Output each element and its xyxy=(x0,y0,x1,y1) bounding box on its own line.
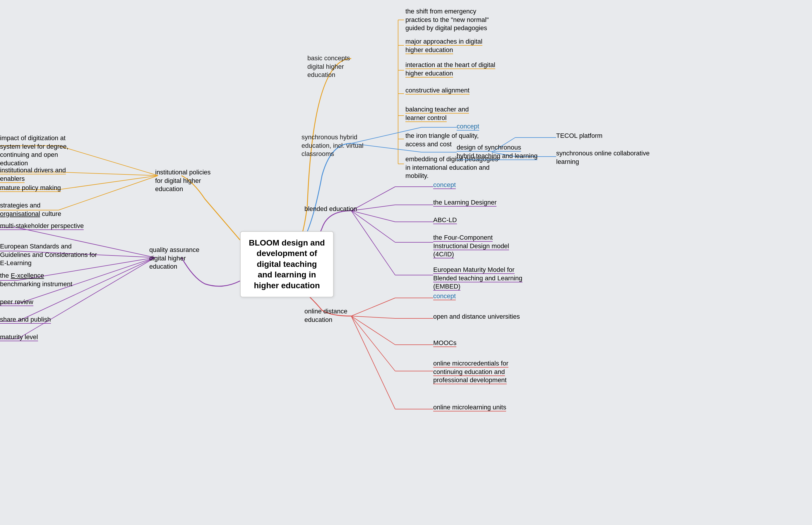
basic-concepts-label: basic concepts digital higher education xyxy=(307,55,350,78)
node-four-component: the Four-Component Instructional Design … xyxy=(433,234,527,259)
svg-line-34 xyxy=(351,316,395,318)
blended-education-hub: blended education xyxy=(304,205,357,213)
node-balancing-teacher: balancing teacher and learner control xyxy=(405,105,487,122)
svg-line-26 xyxy=(351,211,395,222)
mindmap-container: BLOOM design and development of digital … xyxy=(0,0,812,525)
svg-line-28 xyxy=(351,211,395,242)
svg-line-60 xyxy=(18,257,155,339)
node-microlearning: online microlearning units xyxy=(433,403,506,412)
node-mature-policy: mature policy making xyxy=(0,184,61,192)
node-microcredentials: online microcredentials for continuing e… xyxy=(433,359,527,385)
node-abc-ld: ABC-LD xyxy=(433,216,457,224)
node-sync-online-collaborative: synchronous online collaborative learnin… xyxy=(556,149,650,166)
node-embed: European Maturity Model for Blended teac… xyxy=(433,266,527,291)
node-moocs: MOOCs xyxy=(433,339,456,347)
node-major-approaches: major approaches in digital higher educa… xyxy=(405,38,499,54)
svg-line-24 xyxy=(351,205,395,211)
svg-line-36 xyxy=(351,316,395,345)
svg-line-38 xyxy=(351,316,395,371)
quality-assurance-hub: quality assurance digital higher educati… xyxy=(149,246,214,271)
center-label: BLOOM design and development of digital … xyxy=(249,238,325,290)
node-learning-designer: the Learning Designer xyxy=(433,198,496,207)
node-multi-stakeholder: multi-stakeholder perspective xyxy=(0,222,84,230)
svg-line-22 xyxy=(351,187,395,211)
svg-line-30 xyxy=(351,211,395,275)
node-sync-concept: concept xyxy=(457,122,479,131)
node-open-distance-universities: open and distance universities xyxy=(433,313,520,321)
online-distance-hub: online distance education xyxy=(304,307,357,324)
node-strategies-culture: strategies and organisational culture xyxy=(0,201,76,218)
node-institutional-drivers: institutional drivers and enablers xyxy=(0,166,76,183)
center-node: BLOOM design and development of digital … xyxy=(240,231,334,297)
node-tecol-platform: TECOL platform xyxy=(556,132,602,140)
node-design-synchronous-hybrid: design of synchronous hybrid teaching an… xyxy=(457,144,539,160)
node-european-standards: European Standards and Guidelines and Co… xyxy=(0,242,100,268)
node-distance-concept: concept xyxy=(433,292,456,301)
node-excellence: the E-xcellence benchmarking instrument xyxy=(0,272,82,288)
institutional-policies-hub: institutional policies for digital highe… xyxy=(155,168,220,193)
node-impact-digitization: impact of digitization at system level f… xyxy=(0,134,76,167)
basic-concepts-hub: basic concepts digital higher education xyxy=(307,54,366,79)
node-interaction-heart: interaction at the heart of digital high… xyxy=(405,61,499,77)
connections-svg xyxy=(0,0,812,525)
node-maturity-level: maturity level xyxy=(0,333,38,342)
node-share-publish: share and publish xyxy=(0,315,51,324)
synchronous-hybrid-hub: synchronous hybrid education, incl. virt… xyxy=(301,133,369,158)
node-constructive-alignment: constructive alignment xyxy=(405,86,469,95)
node-blended-concept: concept xyxy=(433,181,456,189)
svg-line-32 xyxy=(351,298,395,316)
svg-line-40 xyxy=(351,316,395,409)
node-peer-review: peer review xyxy=(0,298,33,306)
node-emergency-practices: the shift from emergency practices to th… xyxy=(405,7,499,32)
